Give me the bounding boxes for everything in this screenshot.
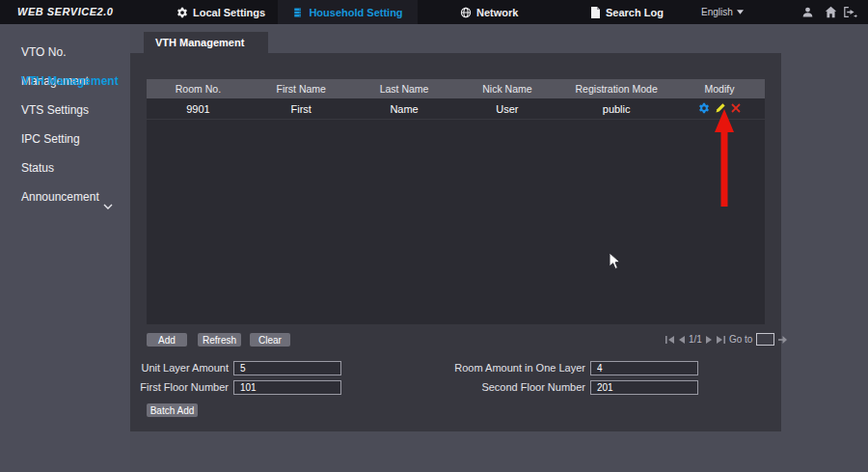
column-header-room-no: Room No. [147, 79, 250, 98]
annotation-arrow [714, 107, 735, 212]
nav-label: Household Setting [309, 7, 402, 18]
cell-room-no: 9901 [147, 98, 250, 119]
sidebar-item-vto-no-management[interactable]: VTO No. Management [0, 38, 130, 67]
goto-arrow-icon[interactable] [778, 336, 787, 344]
sidebar-item-ipc-setting[interactable]: IPC Setting [0, 125, 130, 153]
nav-household-setting[interactable]: Household Setting [278, 0, 418, 24]
sidebar: VTO No. Management VTH Management VTS Se… [0, 24, 130, 472]
clear-button[interactable]: Clear [250, 333, 290, 347]
column-header-modify: Modify [674, 79, 765, 98]
table-row: 9901 First Name User public [147, 98, 765, 120]
sidebar-item-label: VTS Settings [21, 103, 89, 117]
batch-add-button[interactable]: Batch Add [147, 403, 198, 417]
prev-page-icon[interactable] [678, 336, 685, 344]
cell-first-name: First [250, 98, 353, 119]
language-label: English [701, 7, 733, 17]
column-header-nick-name: Nick Name [455, 79, 558, 98]
page-indicator: 1/1 [689, 334, 702, 345]
nav-local-settings[interactable]: Local Settings [176, 0, 265, 24]
search-log-icon [590, 7, 601, 18]
column-header-registration-mode: Registration Mode [558, 79, 674, 98]
sidebar-item-label: Status [21, 161, 54, 175]
sidebar-item-announcement[interactable]: Announcement [0, 182, 130, 211]
column-header-last-name: Last Name [353, 79, 456, 98]
first-page-icon[interactable] [665, 336, 674, 344]
nav-label: Search Log [606, 7, 664, 18]
goto-label: Go to [729, 334, 752, 345]
refresh-button[interactable]: Refresh [198, 333, 241, 347]
sidebar-item-vth-management[interactable]: VTH Management [0, 67, 130, 96]
sidebar-item-label: Announcement [21, 190, 99, 204]
cell-nick-name: User [455, 98, 558, 119]
app-logo: WEB SERVICE2.0 [17, 0, 113, 24]
first-floor-number-label: First Floor Number [39, 380, 229, 395]
user-profile-button[interactable] [801, 0, 814, 24]
network-globe-icon [460, 7, 472, 18]
nav-network[interactable]: Network [460, 0, 518, 24]
column-header-first-name: First Name [250, 79, 353, 98]
sidebar-item-label: IPC Setting [21, 132, 80, 146]
pagination: 1/1 Go to [665, 332, 787, 347]
tab-vth-management[interactable]: VTH Management [144, 32, 268, 53]
language-selector[interactable]: English [701, 0, 744, 24]
household-icon [292, 7, 304, 18]
room-amount-one-layer-input[interactable] [590, 361, 698, 375]
nav-search-log[interactable]: Search Log [590, 0, 664, 24]
goto-page-input[interactable] [756, 333, 774, 346]
vth-table: Room No. First Name Last Name Nick Name … [147, 79, 765, 324]
sidebar-item-vts-settings[interactable]: VTS Settings [0, 96, 130, 125]
second-floor-number-input[interactable] [590, 380, 698, 395]
sidebar-item-status[interactable]: Status [0, 153, 130, 182]
home-button[interactable] [825, 0, 837, 24]
first-floor-number-input[interactable] [233, 380, 341, 395]
nav-label: Local Settings [193, 7, 265, 18]
top-bar: WEB SERVICE2.0 Local Settings Household … [0, 0, 868, 24]
table-header-row: Room No. First Name Last Name Nick Name … [147, 79, 765, 98]
gear-icon [176, 7, 188, 18]
gear-icon[interactable] [698, 102, 710, 116]
chevron-down-icon [737, 10, 744, 14]
room-amount-one-layer-label: Room Amount in One Layer [395, 361, 585, 375]
chevron-down-icon [103, 191, 113, 220]
cell-last-name: Name [353, 98, 456, 119]
last-page-icon[interactable] [717, 336, 725, 344]
unit-layer-amount-input[interactable] [233, 361, 341, 375]
logout-button[interactable] [842, 0, 858, 24]
add-button[interactable]: Add [147, 333, 187, 347]
unit-layer-amount-label: Unit Layer Amount [39, 361, 229, 375]
next-page-icon[interactable] [706, 336, 713, 344]
second-floor-number-label: Second Floor Number [395, 380, 585, 395]
cell-registration-mode: public [558, 98, 674, 119]
sidebar-item-label: VTH Management [21, 74, 119, 88]
nav-label: Network [476, 7, 518, 18]
